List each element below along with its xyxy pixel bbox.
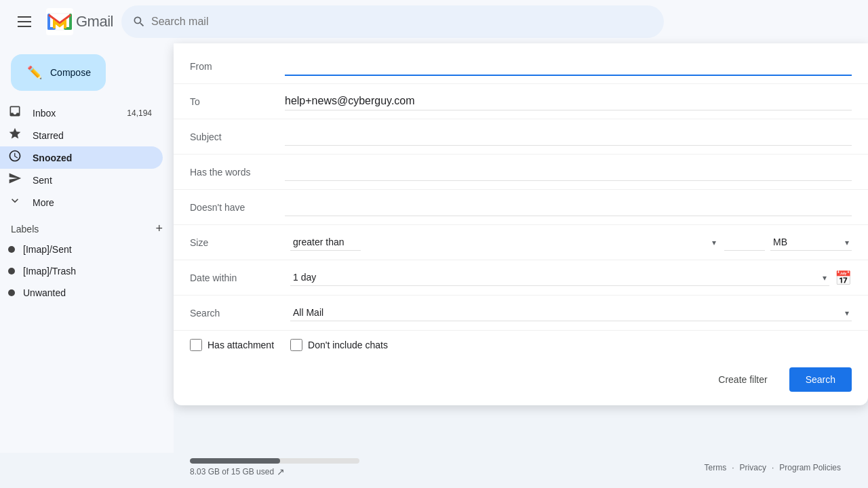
search-in-select-wrapper: All Mail Inbox Starred Sent Drafts Trash… [290, 304, 852, 321]
footer-links: Terms · Privacy · Program Policies [705, 463, 868, 472]
dont-include-chats-checkbox[interactable] [290, 339, 302, 351]
imap-sent-dot [8, 246, 15, 253]
date-select[interactable]: 1 day 3 days 1 week 2 weeks 1 month 2 mo… [290, 269, 829, 286]
create-filter-button[interactable]: Create filter [707, 369, 778, 390]
program-policies-link[interactable]: Program Policies [779, 463, 841, 472]
sent-label: Sent [33, 175, 152, 186]
storage-bar-fill [190, 458, 280, 464]
search-form: From To Subject Has the words [174, 43, 868, 405]
sidebar-item-sent[interactable]: Sent [0, 169, 163, 191]
size-number-input[interactable] [724, 234, 765, 251]
labels-section: Labels + [0, 214, 174, 239]
content-area: From To Subject Has the words [174, 43, 868, 453]
from-row: From [174, 49, 868, 84]
storage-bar-bg [190, 458, 359, 464]
size-label: Size [190, 237, 285, 248]
calendar-icon[interactable]: 📅 [835, 270, 852, 286]
gmail-logo-icon [46, 8, 73, 35]
footer: 8.03 GB of 15 GB used ↗ Terms · Privacy … [0, 453, 868, 488]
storage-used-label: 8.03 GB of 15 GB used [190, 467, 274, 476]
has-words-row: Has the words [174, 155, 868, 190]
to-row: To [174, 84, 868, 119]
privacy-link[interactable]: Privacy [740, 463, 766, 472]
has-words-input[interactable] [285, 163, 852, 181]
search-icon [132, 15, 146, 28]
sidebar-item-inbox[interactable]: Inbox 14,194 [0, 102, 163, 124]
subject-label: Subject [190, 131, 285, 142]
unwanted-dot [8, 289, 15, 296]
doesnt-have-label: Doesn't have [190, 202, 285, 213]
add-label-button[interactable]: + [155, 222, 163, 236]
date-select-wrapper: 1 day 3 days 1 week 2 weeks 1 month 2 mo… [290, 269, 829, 286]
snoozed-label: Snoozed [33, 152, 152, 163]
size-row: Size greater than less than MB KB Bytes [174, 225, 868, 260]
snoozed-icon [8, 149, 22, 166]
has-attachment-item[interactable]: Has attachment [190, 339, 274, 351]
sidebar-item-more[interactable]: More [0, 191, 163, 214]
inbox-label: Inbox [33, 108, 116, 119]
to-input[interactable] [285, 92, 852, 110]
app-title: Gmail [76, 13, 113, 30]
size-comparison-wrapper: greater than less than [290, 234, 719, 251]
size-unit-wrapper: MB KB Bytes [770, 234, 852, 251]
sent-icon [8, 171, 22, 188]
dont-include-chats-item[interactable]: Don't include chats [290, 339, 388, 351]
sidebar: ✏️ Compose Inbox 14,194 Starred Snoozed [0, 43, 174, 453]
sidebar-item-snoozed[interactable]: Snoozed [0, 146, 163, 169]
checkbox-row: Has attachment Don't include chats [174, 331, 868, 359]
has-words-label: Has the words [190, 167, 285, 178]
storage-text: 8.03 GB of 15 GB used ↗ [190, 466, 359, 477]
search-in-select[interactable]: All Mail Inbox Starred Sent Drafts Trash… [290, 304, 852, 321]
date-row: Date within 1 day 3 days 1 week 2 weeks … [174, 260, 868, 296]
more-label: More [33, 197, 152, 208]
has-attachment-label: Has attachment [208, 340, 274, 350]
sidebar-item-unwanted[interactable]: Unwanted [0, 282, 163, 304]
labels-title: Labels [11, 224, 39, 235]
search-in-label: Search [190, 308, 285, 319]
doesnt-have-input[interactable] [285, 198, 852, 216]
starred-label: Starred [33, 130, 152, 141]
dont-include-chats-label: Don't include chats [308, 340, 388, 350]
date-label: Date within [190, 272, 285, 283]
imap-sent-label: [Imap]/Sent [23, 244, 72, 255]
search-button[interactable]: Search [789, 367, 852, 392]
from-input[interactable] [285, 57, 852, 76]
from-label: From [190, 61, 285, 72]
logo[interactable]: Gmail [46, 8, 113, 35]
menu-icon[interactable] [11, 8, 38, 35]
subject-row: Subject [174, 119, 868, 155]
compose-label: Compose [50, 67, 91, 78]
search-in-row: Search All Mail Inbox Starred Sent Draft… [174, 296, 868, 331]
inbox-icon [8, 104, 22, 121]
subject-input[interactable] [285, 127, 852, 146]
to-label: To [190, 96, 285, 107]
imap-trash-dot [8, 268, 15, 274]
search-bar[interactable] [121, 5, 664, 38]
terms-link[interactable]: Terms [705, 463, 727, 472]
size-comparison-select[interactable]: greater than less than [290, 234, 361, 251]
unwanted-label: Unwanted [23, 287, 66, 298]
search-input[interactable] [151, 16, 653, 28]
imap-trash-label: [Imap]/Trash [23, 266, 76, 277]
storage-area: 8.03 GB of 15 GB used ↗ [190, 458, 359, 477]
compose-icon: ✏️ [27, 65, 42, 80]
has-attachment-checkbox[interactable] [190, 339, 202, 351]
search-dialog: From To Subject Has the words [174, 43, 868, 405]
compose-button[interactable]: ✏️ Compose [11, 54, 106, 91]
main-layout: ✏️ Compose Inbox 14,194 Starred Snoozed [0, 43, 868, 453]
sidebar-item-starred[interactable]: Starred [0, 124, 163, 146]
size-unit-select[interactable]: MB KB Bytes [770, 234, 852, 251]
action-row: Create filter Search [174, 359, 868, 400]
inbox-count: 14,194 [127, 108, 152, 118]
sidebar-item-imap-trash[interactable]: [Imap]/Trash [0, 260, 163, 282]
doesnt-have-row: Doesn't have [174, 190, 868, 225]
topbar: Gmail [0, 0, 868, 43]
starred-icon [8, 127, 22, 144]
more-icon [8, 194, 22, 211]
sidebar-item-imap-sent[interactable]: [Imap]/Sent [0, 239, 163, 260]
external-link-icon[interactable]: ↗ [277, 466, 285, 477]
